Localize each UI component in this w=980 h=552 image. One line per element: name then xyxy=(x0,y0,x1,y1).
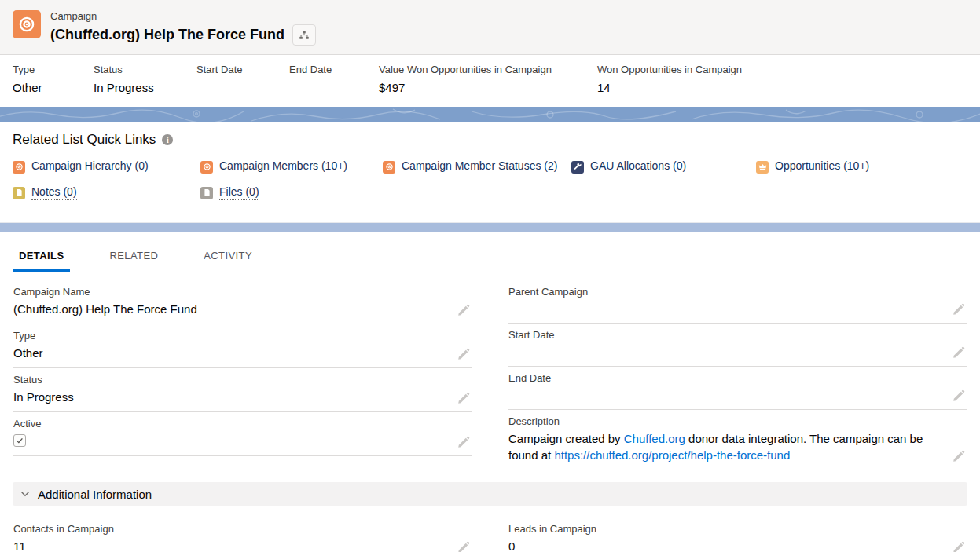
note-icon xyxy=(13,187,25,199)
quicklink-label: Campaign Hierarchy (0) xyxy=(31,159,149,174)
highlight-value: In Progress xyxy=(94,81,185,95)
edit-pencil-icon[interactable] xyxy=(952,450,965,462)
edit-pencil-icon[interactable] xyxy=(457,541,470,552)
campaign-icon xyxy=(13,10,41,38)
spacer xyxy=(0,232,980,239)
quicklink-campaign-hierarchy[interactable]: Campaign Hierarchy (0) xyxy=(13,159,149,174)
tab-bar: DETAILSRELATEDACTIVITY xyxy=(0,239,980,272)
highlight-value: $497 xyxy=(379,81,586,95)
details-left-column: Campaign Name(Chuffed.org) Help The Forc… xyxy=(13,280,472,456)
description-text: Campaign created by xyxy=(508,432,624,445)
highlight-label: Status xyxy=(94,64,185,75)
details-form: Campaign Name(Chuffed.org) Help The Forc… xyxy=(0,272,980,470)
details-card: DETAILSRELATEDACTIVITY Campaign Name(Chu… xyxy=(0,239,980,552)
quicklink-label: Opportunities (10+) xyxy=(775,159,869,174)
campaign-icon xyxy=(13,161,25,174)
quicklink-gau-allocations[interactable]: GAU Allocations (0) xyxy=(571,159,686,174)
campaign-icon xyxy=(200,161,213,174)
header-text: Campaign (Chuffed.org) Help The Force Fu… xyxy=(50,10,316,46)
additional-left-column: Contacts in Campaign11Responses in Campa… xyxy=(13,517,472,552)
quicklink-label: Notes (0) xyxy=(31,185,77,200)
field-label: Description xyxy=(508,415,943,427)
field-label: End Date xyxy=(508,372,943,384)
quicklinks-card: Related List Quick Links i Campaign Hier… xyxy=(0,122,980,214)
decorative-band-textured xyxy=(0,107,980,122)
field-value: In Progress xyxy=(13,389,448,405)
field-contacts-in-campaign: Contacts in Campaign11 xyxy=(13,517,472,552)
field-value: 11 xyxy=(13,538,448,552)
quicklink-notes[interactable]: Notes (0) xyxy=(13,185,77,200)
field-type: TypeOther xyxy=(13,324,472,368)
description-link[interactable]: Chuffed.org xyxy=(624,432,685,445)
highlight-value: Other xyxy=(13,81,83,95)
highlight-field-status: StatusIn Progress xyxy=(94,64,196,95)
highlight-field-type: TypeOther xyxy=(13,64,94,95)
highlight-value: 14 xyxy=(597,81,742,95)
quicklinks-title: Related List Quick Links xyxy=(13,132,156,148)
quicklink-label: Files (0) xyxy=(219,185,259,200)
edit-pencil-icon[interactable] xyxy=(952,541,965,552)
field-campaign-name: Campaign Name(Chuffed.org) Help The Forc… xyxy=(13,280,472,324)
tab-related[interactable]: RELATED xyxy=(103,239,164,272)
field-label: Start Date xyxy=(508,329,943,341)
edit-pencil-icon[interactable] xyxy=(457,348,470,360)
hierarchy-button[interactable] xyxy=(292,24,316,46)
chevron-down-icon xyxy=(20,488,31,499)
tab-details[interactable]: DETAILS xyxy=(13,239,70,272)
field-start-date: Start Date xyxy=(508,324,967,367)
details-right-column: Parent CampaignStart DateEnd DateDescrip… xyxy=(508,280,967,470)
edit-pencil-icon[interactable] xyxy=(457,436,470,448)
quicklink-label: GAU Allocations (0) xyxy=(590,159,686,174)
field-status: StatusIn Progress xyxy=(13,368,472,412)
field-label: Contacts in Campaign xyxy=(13,523,448,535)
field-value xyxy=(13,433,448,449)
quicklinks-grid: Campaign Hierarchy (0)Campaign Members (… xyxy=(13,159,967,200)
quicklink-label: Campaign Member Statuses (2) xyxy=(402,159,557,174)
highlight-label: Value Won Opportunities in Campaign xyxy=(379,64,586,75)
record-header: Campaign (Chuffed.org) Help The Force Fu… xyxy=(0,0,980,54)
edit-pencil-icon[interactable] xyxy=(952,303,965,316)
entity-label: Campaign xyxy=(50,10,316,22)
field-leads-in-campaign: Leads in Campaign0 xyxy=(508,517,967,552)
description-link[interactable]: https://chuffed.org/project/help-the-for… xyxy=(554,448,790,462)
field-value: Campaign created by Chuffed.org donor da… xyxy=(508,430,943,463)
additional-information-section-header[interactable]: Additional Information xyxy=(13,482,967,506)
highlight-field-won-opportunities-in-campaign: Won Opportunities in Campaign14 xyxy=(597,64,753,95)
highlight-label: Start Date xyxy=(196,64,278,75)
field-description: DescriptionCampaign created by Chuffed.o… xyxy=(508,410,967,470)
highlight-field-value-won-opportunities-in-campaign: Value Won Opportunities in Campaign$497 xyxy=(379,64,597,95)
section-title: Additional Information xyxy=(38,488,152,501)
quicklink-campaign-member-statuses[interactable]: Campaign Member Statuses (2) xyxy=(383,159,557,174)
field-value xyxy=(508,387,943,403)
field-label: Type xyxy=(13,330,448,342)
hierarchy-icon xyxy=(299,30,310,41)
field-active: Active xyxy=(13,412,472,456)
highlight-field-end-date: End Date xyxy=(289,64,379,95)
quicklink-campaign-members[interactable]: Campaign Members (10+) xyxy=(200,159,347,174)
edit-pencil-icon[interactable] xyxy=(952,346,965,359)
highlight-label: End Date xyxy=(289,64,368,75)
highlight-label: Type xyxy=(13,64,83,75)
quicklink-opportunities[interactable]: Opportunities (10+) xyxy=(756,159,869,174)
file-icon xyxy=(200,187,213,199)
field-value: Other xyxy=(13,345,448,361)
field-label: Leads in Campaign xyxy=(508,523,943,535)
page-title: (Chuffed.org) Help The Force Fund xyxy=(50,27,284,43)
additional-information-form: Contacts in Campaign11Responses in Campa… xyxy=(0,510,980,552)
edit-pencil-icon[interactable] xyxy=(457,304,470,316)
info-icon[interactable]: i xyxy=(162,134,173,145)
quicklink-label: Campaign Members (10+) xyxy=(219,159,347,174)
highlight-value xyxy=(289,81,368,95)
additional-right-column: Leads in Campaign0Converted Leads in Cam… xyxy=(508,517,967,552)
field-label: Status xyxy=(13,374,448,386)
edit-pencil-icon[interactable] xyxy=(952,389,965,402)
crown-icon xyxy=(756,161,769,174)
quicklink-files[interactable]: Files (0) xyxy=(200,185,259,200)
checkbox-active[interactable] xyxy=(13,434,26,447)
field-value: 0 xyxy=(508,538,943,552)
decorative-band-solid xyxy=(0,222,980,232)
edit-pencil-icon[interactable] xyxy=(457,392,470,404)
tab-activity[interactable]: ACTIVITY xyxy=(197,239,259,272)
highlight-value xyxy=(196,81,278,95)
spacer xyxy=(0,214,980,222)
